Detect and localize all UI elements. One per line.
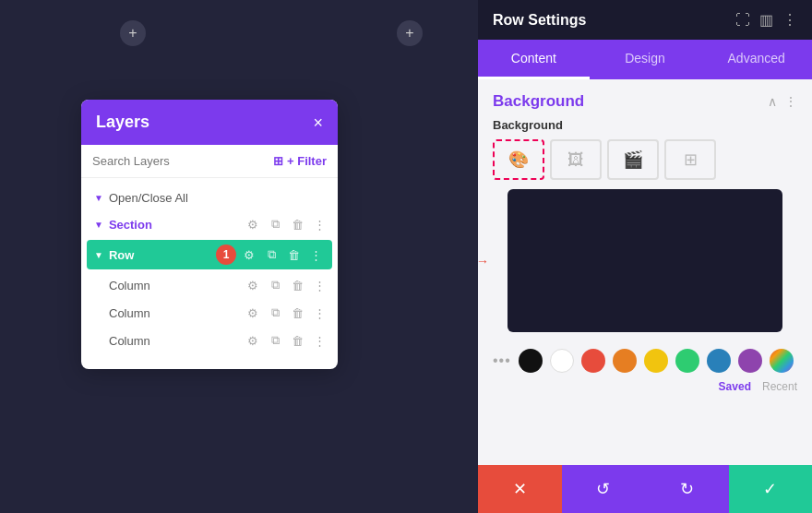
undo-icon: ↺ [596,479,610,499]
saved-recent-row: Saved Recent [478,378,812,400]
open-close-label: Open/Close All [109,191,188,205]
swatch-orange[interactable] [613,349,637,373]
bg-more-icon[interactable]: ⋮ [784,94,797,109]
redo-button[interactable]: ↻ [645,465,729,513]
collapse-icon[interactable]: ∧ [768,94,777,109]
expand-icon[interactable]: ⛶ [735,12,750,29]
col1-copy-icon[interactable]: ⧉ [266,276,284,294]
column-1-actions: ⚙ ⧉ 🗑 ⋮ [244,276,328,294]
tab-advanced-label: Advanced [728,51,785,66]
save-icon: ✓ [763,479,777,499]
layers-search-input[interactable] [92,154,266,168]
section-label: Section [109,218,240,232]
chevron-icon: ▼ [94,193,103,203]
layer-item-row: ▼ Row 1 ⚙ ⧉ 🗑 ⋮ [87,240,332,269]
row-label: Row [109,248,212,262]
arrow-icon: → [478,254,489,268]
background-section-header: Background ∧ ⋮ [478,79,812,114]
section-actions: ⚙ ⧉ 🗑 ⋮ [244,215,328,233]
save-button[interactable]: ✓ [729,465,813,513]
settings-panel: Row Settings ⛶ ▥ ⋮ Content Design Advanc… [478,0,812,513]
cancel-icon: ✕ [513,479,527,499]
swatch-blue[interactable] [707,349,731,373]
bg-section-icons: ∧ ⋮ [768,94,797,109]
tab-advanced[interactable]: Advanced [700,40,812,79]
columns-icon[interactable]: ▥ [759,11,773,29]
swatch-gradient[interactable] [770,349,794,373]
bg-color-button[interactable]: 🎨 [493,139,544,180]
swatch-white[interactable] [550,349,574,373]
column-2-label: Column [109,306,240,320]
bg-video-button[interactable]: 🎬 [607,139,659,180]
preview-wrapper: 2 → [493,189,797,332]
bg-color-icon: 🎨 [508,149,529,170]
settings-header: Row Settings ⛶ ▥ ⋮ [478,0,812,40]
open-close-all[interactable]: ▼ Open/Close All [81,185,338,210]
plus-icon-mid: + [405,25,413,42]
bg-video-icon: 🎬 [623,149,643,170]
tab-content-label: Content [511,51,556,66]
swatch-yellow[interactable] [644,349,668,373]
settings-title: Row Settings [493,12,586,29]
undo-button[interactable]: ↺ [562,465,646,513]
layer-item-column-3: Column ⚙ ⧉ 🗑 ⋮ [81,327,338,354]
swatch-black[interactable] [519,349,543,373]
more-icon[interactable]: ⋮ [782,11,797,29]
plus-icon-left: + [128,25,137,42]
add-left-button[interactable]: + [120,20,146,46]
swatch-red[interactable] [581,349,605,373]
filter-button[interactable]: ⊞ + Filter [273,154,327,168]
tab-design[interactable]: Design [590,40,701,79]
layer-item-column-1: Column ⚙ ⧉ 🗑 ⋮ [81,271,338,299]
row-badge: 1 [216,245,236,265]
saved-link[interactable]: Saved [719,380,751,393]
row-chevron-icon: ▼ [94,250,103,260]
col2-more-icon[interactable]: ⋮ [310,304,328,322]
col3-delete-icon[interactable]: 🗑 [288,331,306,350]
col2-delete-icon[interactable]: 🗑 [288,304,306,322]
col2-settings-icon[interactable]: ⚙ [244,304,262,322]
col1-settings-icon[interactable]: ⚙ [244,276,262,294]
swatch-green[interactable] [675,349,699,373]
column-2-actions: ⚙ ⧉ 🗑 ⋮ [244,304,328,322]
section-chevron-icon: ▼ [94,220,103,230]
section-settings-icon[interactable]: ⚙ [244,215,262,233]
row-copy-icon[interactable]: ⧉ [262,245,281,264]
layers-title: Layers [96,113,149,132]
tab-design-label: Design [625,51,665,66]
section-delete-icon[interactable]: 🗑 [288,215,306,233]
row-delete-icon[interactable]: 🗑 [284,245,303,264]
section-more-icon[interactable]: ⋮ [310,215,328,233]
bg-preview [508,189,782,332]
bg-pattern-button[interactable]: ⊞ [664,139,716,180]
swatch-purple[interactable] [738,349,762,373]
layers-body: ▼ Open/Close All ▼ Section ⚙ ⧉ 🗑 ⋮ ▼ Row… [81,178,338,369]
section-copy-icon[interactable]: ⧉ [266,215,284,233]
settings-tabs: Content Design Advanced [478,40,812,79]
settings-header-icons: ⛶ ▥ ⋮ [735,11,797,29]
col2-copy-icon[interactable]: ⧉ [266,304,284,322]
add-mid-button[interactable]: + [397,20,423,46]
bg-type-row: 🎨 🖼 🎬 ⊞ [478,139,812,189]
col3-more-icon[interactable]: ⋮ [310,331,328,350]
color-more-icon[interactable]: ••• [493,352,511,369]
col3-copy-icon[interactable]: ⧉ [266,331,284,350]
recent-link[interactable]: Recent [762,380,797,393]
col1-delete-icon[interactable]: 🗑 [288,276,306,294]
filter-icon: ⊞ [273,154,283,168]
tab-content[interactable]: Content [478,40,590,79]
bg-image-button[interactable]: 🖼 [550,139,602,180]
layers-close-button[interactable]: × [313,114,323,131]
background-section-title: Background [493,92,584,111]
filter-label: + Filter [287,154,327,168]
bg-pattern-icon: ⊞ [684,149,698,170]
row-settings-icon[interactable]: ⚙ [240,245,258,264]
layers-header: Layers × [81,100,338,145]
col1-more-icon[interactable]: ⋮ [310,276,328,294]
background-label: Background [478,114,812,139]
layer-item-column-2: Column ⚙ ⧉ 🗑 ⋮ [81,299,338,327]
row-actions: ⚙ ⧉ 🗑 ⋮ [240,245,325,264]
cancel-button[interactable]: ✕ [478,465,562,513]
col3-settings-icon[interactable]: ⚙ [244,331,262,350]
row-more-icon[interactable]: ⋮ [306,245,325,264]
